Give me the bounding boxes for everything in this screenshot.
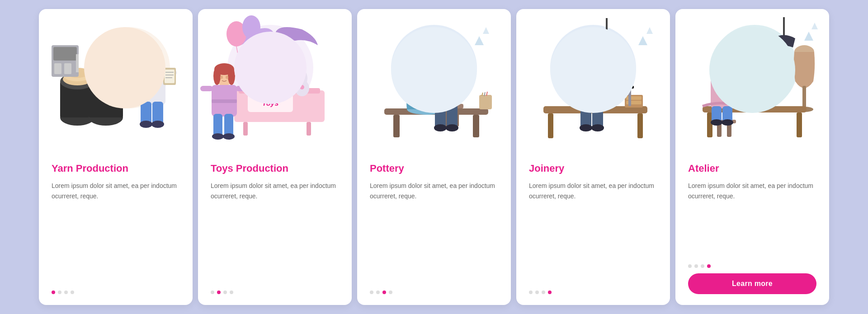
svg-point-63 — [220, 76, 223, 79]
dot[interactable] — [211, 291, 214, 294]
card4-dots — [529, 291, 552, 294]
svg-rect-70 — [473, 115, 479, 137]
card2-dots — [211, 291, 233, 294]
dot[interactable] — [230, 291, 233, 294]
card2-text: Lorem ipsum dolor sit amet, ea per indoc… — [211, 181, 339, 283]
dot[interactable] — [529, 291, 533, 294]
svg-point-53 — [213, 67, 221, 85]
dot[interactable] — [389, 291, 392, 294]
svg-rect-14 — [53, 47, 77, 61]
card3-dots — [370, 291, 392, 294]
dot[interactable] — [370, 291, 373, 294]
dot[interactable] — [71, 291, 74, 294]
card1-dots — [52, 291, 74, 294]
card3-title: Pottery — [370, 163, 404, 174]
card-toys-production: Toys — [198, 9, 352, 305]
svg-marker-99 — [646, 27, 653, 34]
svg-marker-66 — [475, 36, 484, 45]
card-yarn-production: Yarn Production Lorem ipsum dolor sit am… — [39, 9, 193, 305]
svg-point-152 — [711, 119, 722, 126]
dot[interactable] — [58, 291, 61, 294]
cards-container: Yarn Production Lorem ipsum dolor sit am… — [0, 0, 868, 314]
dot[interactable] — [701, 264, 704, 268]
dot[interactable] — [694, 264, 698, 268]
card-joinery: Joinery Lorem ipsum dolor sit amet, ea p… — [516, 9, 670, 305]
svg-point-87 — [434, 124, 447, 131]
svg-rect-15 — [54, 63, 61, 74]
dot-active[interactable] — [382, 291, 386, 294]
card1-title: Yarn Production — [52, 163, 128, 174]
dot[interactable] — [376, 291, 380, 294]
dot-active[interactable] — [217, 291, 221, 294]
card2-illustration: Toys — [198, 9, 352, 154]
card4-title: Joinery — [529, 163, 564, 174]
dot[interactable] — [223, 291, 227, 294]
svg-rect-59 — [213, 114, 222, 136]
card3-content: Pottery Lorem ipsum dolor sit amet, ea p… — [357, 154, 511, 305]
svg-point-31 — [140, 121, 152, 128]
card5-text: Lorem ipsum dolor sit amet, ea per indoc… — [688, 181, 816, 257]
svg-rect-56 — [212, 99, 237, 103]
svg-rect-101 — [548, 113, 553, 138]
card2-content: Toys Production Lorem ipsum dolor sit am… — [198, 154, 352, 305]
card-pottery: Pottery Lorem ipsum dolor sit amet, ea p… — [357, 9, 511, 305]
card5-content: Atelier Lorem ipsum dolor sit amet, ea p… — [675, 154, 829, 305]
svg-marker-98 — [638, 36, 647, 45]
card5-illustration — [675, 9, 829, 154]
dot[interactable] — [64, 291, 68, 294]
card1-text: Lorem ipsum dolor sit amet, ea per indoc… — [52, 181, 180, 283]
svg-point-61 — [212, 133, 224, 140]
svg-rect-16 — [64, 63, 71, 74]
dot-active[interactable] — [548, 291, 552, 294]
card4-illustration — [516, 9, 670, 154]
svg-point-88 — [446, 124, 458, 131]
card3-text: Lorem ipsum dolor sit amet, ea per indoc… — [370, 181, 498, 283]
svg-rect-57 — [200, 86, 213, 91]
svg-rect-44 — [307, 122, 311, 136]
card4-content: Joinery Lorem ipsum dolor sit amet, ea p… — [516, 154, 670, 305]
dot[interactable] — [542, 291, 545, 294]
card5-dots — [688, 264, 711, 268]
svg-marker-127 — [804, 32, 813, 41]
card1-illustration — [39, 9, 193, 154]
svg-rect-25 — [165, 70, 175, 83]
svg-rect-130 — [802, 86, 806, 108]
svg-rect-134 — [797, 112, 802, 137]
svg-rect-102 — [637, 113, 643, 138]
svg-rect-69 — [393, 115, 400, 137]
dot[interactable] — [535, 291, 539, 294]
card3-illustration — [357, 9, 511, 154]
svg-marker-67 — [483, 27, 489, 34]
card-atelier: Atelier Lorem ipsum dolor sit amet, ea p… — [675, 9, 829, 305]
svg-rect-60 — [224, 114, 233, 136]
svg-rect-91 — [479, 95, 492, 109]
card4-text: Lorem ipsum dolor sit amet, ea per indoc… — [529, 181, 657, 283]
learn-more-button[interactable]: Learn more — [688, 273, 816, 294]
svg-point-153 — [722, 119, 733, 126]
svg-point-64 — [226, 76, 228, 79]
card1-content: Yarn Production Lorem ipsum dolor sit am… — [39, 154, 193, 305]
svg-marker-128 — [811, 23, 818, 29]
svg-rect-43 — [243, 122, 248, 136]
card2-title: Toys Production — [211, 163, 288, 174]
svg-point-32 — [151, 121, 164, 128]
svg-point-121 — [580, 124, 592, 131]
card5-title: Atelier — [688, 163, 719, 174]
svg-point-62 — [223, 133, 235, 140]
dot-active[interactable] — [52, 291, 55, 294]
svg-point-122 — [591, 124, 604, 131]
dot-active[interactable] — [707, 264, 711, 268]
dot[interactable] — [688, 264, 692, 268]
